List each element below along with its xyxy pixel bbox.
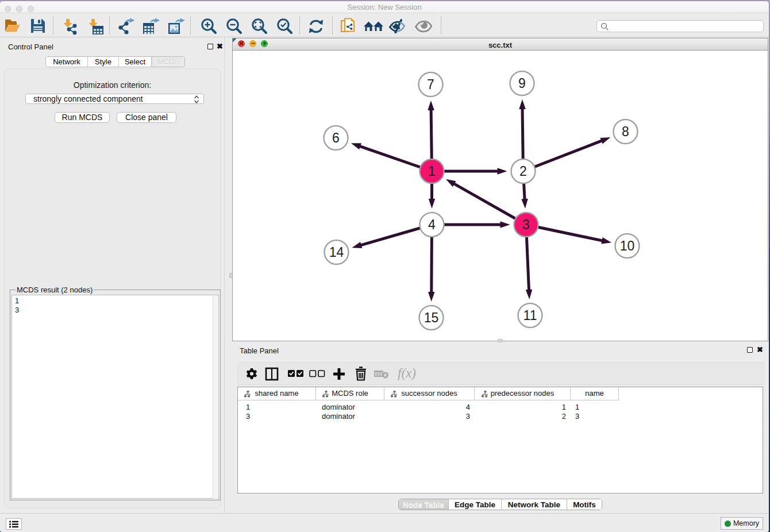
svg-text:3: 3 xyxy=(522,217,530,232)
svg-text:6: 6 xyxy=(332,130,340,145)
svg-text:7: 7 xyxy=(427,77,434,92)
svg-text:14: 14 xyxy=(329,245,344,260)
svg-text:2: 2 xyxy=(519,164,527,179)
svg-text:11: 11 xyxy=(523,308,537,323)
svg-text:4: 4 xyxy=(428,217,436,232)
svg-text:15: 15 xyxy=(424,310,439,325)
svg-text:8: 8 xyxy=(622,124,629,139)
svg-text:9: 9 xyxy=(518,76,526,91)
svg-text:10: 10 xyxy=(620,238,635,253)
svg-text:1: 1 xyxy=(428,164,436,179)
